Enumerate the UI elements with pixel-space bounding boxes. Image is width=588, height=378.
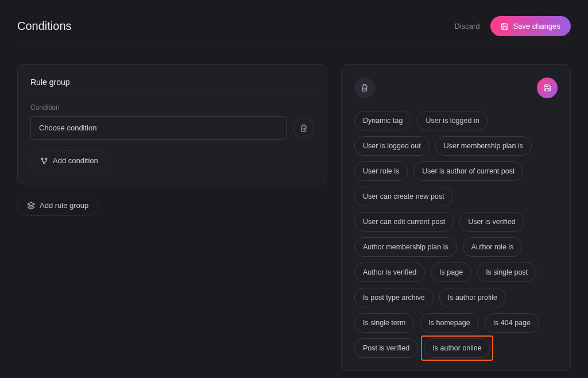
- condition-option[interactable]: User can edit current post: [354, 212, 454, 232]
- condition-option[interactable]: Is author profile: [439, 288, 506, 307]
- add-condition-button[interactable]: Add condition: [30, 150, 108, 171]
- condition-option[interactable]: Is page: [431, 263, 471, 282]
- condition-tag-cloud: Dynamic tagUser is logged inUser is logg…: [354, 111, 558, 358]
- condition-option[interactable]: Author role is: [463, 237, 523, 257]
- save-icon: [501, 22, 509, 30]
- condition-option[interactable]: Author membership plan is: [354, 237, 457, 257]
- save-changes-button[interactable]: Save changes: [490, 16, 571, 36]
- condition-option[interactable]: User is logged in: [417, 111, 488, 130]
- page-header: Conditions Discard Save changes: [17, 16, 571, 48]
- trash-icon: [361, 84, 369, 92]
- save-button-label: Save changes: [513, 22, 560, 30]
- add-condition-label: Add condition: [53, 156, 98, 165]
- save-panel-button[interactable]: [537, 78, 558, 98]
- rule-group-panel: Rule group Condition Choose condition: [17, 64, 327, 184]
- svg-point-2: [44, 162, 45, 164]
- condition-option[interactable]: User is verified: [459, 212, 524, 232]
- rule-group-title: Rule group: [30, 78, 314, 94]
- header-actions: Discard Save changes: [455, 16, 571, 36]
- condition-option[interactable]: Is single term: [354, 313, 414, 333]
- layers-icon: [27, 202, 35, 210]
- condition-option[interactable]: User role is: [354, 161, 408, 181]
- condition-option[interactable]: Is author online: [424, 338, 490, 358]
- condition-option[interactable]: Post is verified: [354, 338, 418, 358]
- add-rule-group-label: Add rule group: [40, 201, 88, 210]
- svg-point-1: [45, 158, 47, 160]
- condition-option[interactable]: Is 404 page: [485, 313, 539, 333]
- condition-option[interactable]: User can create new post: [354, 187, 453, 206]
- trash-icon: [300, 124, 308, 132]
- svg-point-0: [41, 158, 43, 160]
- condition-option[interactable]: User is logged out: [354, 136, 430, 156]
- save-icon: [543, 84, 551, 92]
- condition-option[interactable]: User membership plan is: [435, 136, 532, 156]
- condition-option[interactable]: Dynamic tag: [354, 111, 411, 130]
- condition-option[interactable]: Is single post: [477, 263, 536, 282]
- condition-option[interactable]: Is post type archive: [354, 288, 434, 307]
- condition-options-panel: Dynamic tagUser is logged inUser is logg…: [341, 64, 571, 371]
- condition-select[interactable]: Choose condition: [30, 116, 287, 140]
- delete-condition-button[interactable]: [293, 118, 314, 138]
- condition-option[interactable]: User is author of current post: [413, 161, 523, 181]
- condition-label: Condition: [30, 103, 314, 111]
- branch-icon: [40, 157, 48, 165]
- condition-option[interactable]: Author is verified: [354, 263, 425, 282]
- delete-panel-button[interactable]: [354, 78, 375, 98]
- discard-button[interactable]: Discard: [455, 22, 480, 30]
- add-rule-group-button[interactable]: Add rule group: [17, 195, 98, 216]
- page-title: Conditions: [17, 20, 72, 33]
- svg-marker-3: [28, 202, 34, 206]
- condition-option[interactable]: Is homepage: [420, 313, 478, 333]
